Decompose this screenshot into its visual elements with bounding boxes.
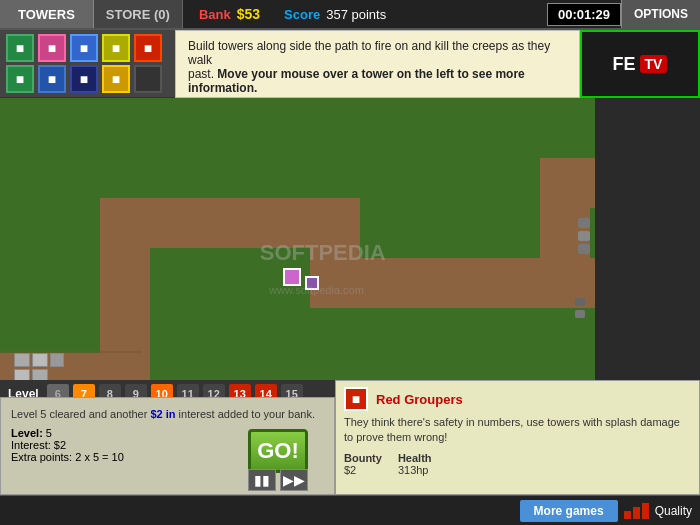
message1: Level 5 cleared and another [11, 408, 147, 420]
level-label-bottom: Level: [11, 427, 43, 439]
creep-2 [305, 276, 319, 290]
monster-stats: Bounty $2 Health 313hp [344, 452, 691, 476]
svg-rect-8 [540, 158, 595, 208]
more-games-button[interactable]: More games [520, 500, 618, 522]
creep-1 [283, 268, 301, 286]
tower-icon-yellow[interactable]: ■ [102, 34, 130, 62]
bounty-label: Bounty [344, 452, 382, 464]
health-value: 313hp [398, 464, 432, 476]
extra-label: Extra points: [11, 451, 72, 463]
tower-icon-red[interactable]: ■ [134, 34, 162, 62]
score-label: Score [284, 7, 320, 22]
right-panel [595, 98, 700, 408]
bank-value: $53 [237, 6, 260, 22]
quality-icon-group: Quality [624, 503, 692, 519]
tower-icon-blue[interactable]: ■ [70, 34, 98, 62]
status-bar: More games Quality [0, 495, 700, 525]
top-bar: TOWERS STORE (0) Bank $53 Score 357 poin… [0, 0, 700, 30]
tower-row-1: ■ ■ ■ ■ ■ [6, 34, 169, 62]
tab-towers[interactable]: TOWERS [0, 0, 94, 28]
bounty-value: $2 [344, 464, 382, 476]
deco-rocks [578, 218, 590, 254]
tower-icon-empty [134, 65, 162, 93]
tv-badge: TV [640, 55, 668, 73]
stone-2 [32, 353, 48, 367]
tower-panel: ■ ■ ■ ■ ■ ■ ■ ■ ■ [0, 30, 175, 97]
stat-health: Health 313hp [398, 452, 432, 476]
bank-label: Bank [199, 7, 231, 22]
tower-icon-darkblue[interactable]: ■ [70, 65, 98, 93]
info-line2: past. [188, 67, 214, 81]
tower-icon-green[interactable]: ■ [6, 34, 34, 62]
tower-icon-pink[interactable]: ■ [38, 34, 66, 62]
tab-store[interactable]: STORE (0) [94, 0, 183, 28]
tower-icon-yellow2[interactable]: ■ [102, 65, 130, 93]
health-label: Health [398, 452, 432, 464]
stat-bounty: Bounty $2 [344, 452, 382, 476]
tower-icon-green2[interactable]: ■ [6, 65, 34, 93]
quality-bar-2 [633, 507, 640, 519]
interest-value-display: $2 [54, 439, 66, 451]
timer-display: 00:01:29 [547, 3, 621, 26]
interest-highlight: $2 in [150, 408, 175, 420]
pause-icon: ▮▮ [254, 472, 270, 488]
monster-icon: ■ [344, 387, 368, 411]
bank-section: Bank $53 [199, 6, 260, 22]
tower-icon-blue2[interactable]: ■ [38, 65, 66, 93]
extra-value: 2 x 5 = 10 [75, 451, 124, 463]
tower-row-2: ■ ■ ■ ■ [6, 65, 169, 93]
bottom-text: Level 5 cleared and another $2 in intere… [11, 406, 324, 423]
monster-header: ■ Red Groupers [344, 387, 691, 411]
fe-text: FE [613, 54, 636, 75]
control-buttons: ▮▮ ▶▶ [248, 469, 308, 491]
quality-bar-1 [624, 511, 631, 519]
game-area: SOFTPEDIA www.softpedia.com [0, 98, 595, 408]
info-line1: Build towers along side the path to fire… [188, 39, 550, 67]
skip-icon: ▶▶ [283, 472, 305, 488]
monster-desc: They think there's safety in numbers, us… [344, 415, 691, 446]
info-line2b: Move your mouse over a tower on the left… [188, 67, 525, 95]
options-button[interactable]: OPTIONS [621, 0, 700, 28]
stone-1 [14, 353, 30, 367]
stone-3 [50, 353, 64, 367]
interest-label: Interest: [11, 439, 51, 451]
fetv-inner: FE TV [613, 54, 668, 75]
quality-label: Quality [655, 504, 692, 518]
message2: interest added to your bank. [179, 408, 315, 420]
monster-name: Red Groupers [376, 392, 463, 407]
score-section: Score 357 points [284, 7, 386, 22]
go-button[interactable]: GO! [248, 429, 308, 473]
deco-right [575, 298, 585, 318]
skip-button[interactable]: ▶▶ [280, 469, 308, 491]
info-box: Build towers along side the path to fire… [175, 30, 580, 98]
pause-button[interactable]: ▮▮ [248, 469, 276, 491]
level-value: 5 [46, 427, 52, 439]
fetv-box: FE TV [580, 30, 700, 98]
score-value: 357 points [326, 7, 386, 22]
monster-panel: ■ Red Groupers They think there's safety… [335, 380, 700, 495]
quality-bar-3 [642, 503, 649, 519]
game-svg [0, 98, 595, 408]
